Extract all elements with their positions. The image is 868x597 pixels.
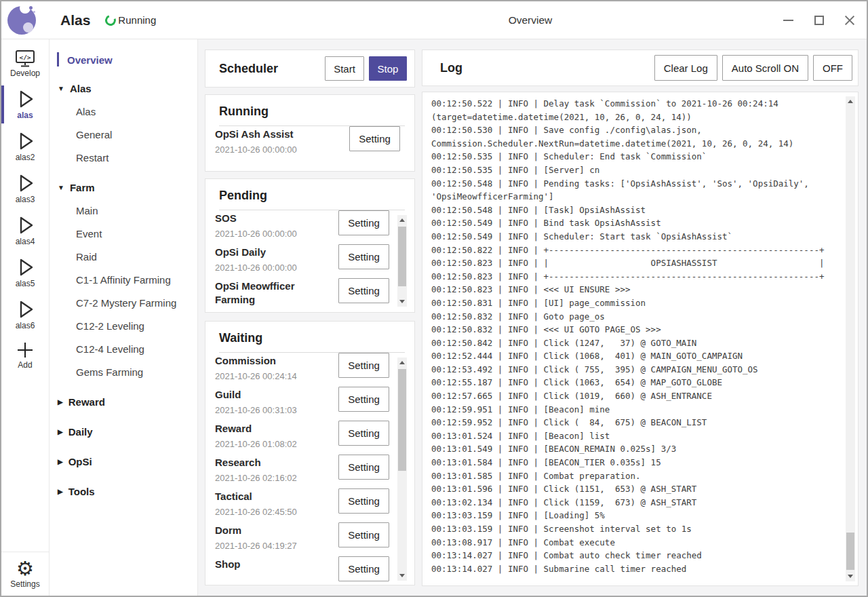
- nav-menu-row[interactable]: ▶ Daily: [50, 420, 197, 443]
- setting-button[interactable]: Setting: [338, 556, 389, 581]
- nav-row-label: C7-2 Mystery Farming: [76, 297, 176, 309]
- log-line: 00:13:01.584 | INFO | [BEACON_TIER 0.035…: [431, 456, 858, 469]
- clear-log-button[interactable]: Clear Log: [654, 55, 717, 81]
- task-next-run-time: 2021-10-26 00:24:14: [215, 371, 329, 381]
- nav-menu-row[interactable]: C12-4 Leveling: [50, 337, 197, 360]
- nav-menu-row[interactable]: ▼ Farm: [50, 176, 197, 199]
- rail-instance-item[interactable]: alas3: [1, 168, 49, 210]
- task-row: Reward 2021-10-26 01:08:02 Setting: [215, 421, 405, 455]
- setting-button[interactable]: Setting: [338, 455, 389, 480]
- rail-add-label: Add: [18, 360, 32, 370]
- start-button[interactable]: Start: [325, 56, 364, 81]
- nav-menu-row[interactable]: C1-1 Affinity Farming: [50, 268, 197, 291]
- setting-button[interactable]: Setting: [349, 126, 400, 151]
- log-line: 00:13:14.027 | INFO | Combat auto check …: [431, 549, 858, 562]
- log-line: 00:12:50.549 | INFO | Bind task OpsiAshA…: [431, 216, 858, 230]
- nav-row-label: Tools: [68, 486, 95, 497]
- setting-button[interactable]: Setting: [338, 421, 389, 446]
- stop-button[interactable]: Stop: [369, 56, 407, 81]
- task-next-run-time: 2021-10-26 02:16:02: [215, 473, 329, 483]
- play-icon: [14, 130, 36, 152]
- rail-instance-label: alas5: [16, 279, 35, 288]
- rail-instance-label: alas3: [16, 195, 35, 204]
- log-line: 00:13:03.159 | INFO | Screenshot interva…: [431, 522, 858, 536]
- rail-instance-item[interactable]: alas4: [1, 210, 49, 252]
- scroll-down-arrow-icon[interactable]: [399, 574, 405, 577]
- nav-menu-row[interactable]: General: [50, 123, 197, 146]
- setting-button[interactable]: Setting: [338, 522, 389, 547]
- minimize-icon: [783, 20, 793, 21]
- page-title: Overview: [509, 14, 553, 26]
- waiting-title: Waiting: [215, 322, 405, 352]
- nav-menu-row[interactable]: Gems Farming: [50, 360, 197, 383]
- running-spinner-icon: [104, 13, 118, 27]
- rail-instance-item[interactable]: alas2: [1, 126, 49, 168]
- log-scrollbar[interactable]: [846, 96, 855, 581]
- nav-menu-row[interactable]: ▶ Reward: [50, 390, 197, 413]
- auto-scroll-off-button[interactable]: OFF: [813, 55, 852, 81]
- setting-button[interactable]: Setting: [338, 387, 389, 412]
- nav-row-label: Gems Farming: [76, 366, 143, 378]
- scrollbar-thumb[interactable]: [398, 369, 406, 471]
- task-name: OpSi Meowfficer Farming: [215, 278, 329, 307]
- nav-menu-row[interactable]: ▶ OpSi: [50, 450, 197, 473]
- close-button[interactable]: [844, 14, 856, 26]
- log-column: Log Clear Log Auto Scroll ON OFF 00:12:5…: [422, 50, 859, 596]
- rail-instance-label: alas: [17, 111, 33, 120]
- log-line: 00:13:08.917 | INFO | Combat execute: [431, 536, 858, 550]
- rail-settings-label: Settings: [10, 579, 39, 589]
- rail-item-settings[interactable]: ⚙ Settings: [1, 552, 49, 596]
- log-header-card: Log Clear Log Auto Scroll ON OFF: [422, 50, 859, 86]
- task-row: Commission 2021-10-26 00:24:14 Setting: [215, 353, 405, 387]
- maximize-icon: [814, 16, 824, 25]
- nav-menu-row[interactable]: Raid: [50, 245, 197, 268]
- running-title: Running: [215, 95, 405, 126]
- log-line: 00:12:50.823 | INFO | +-----------------…: [431, 270, 858, 284]
- scroll-up-arrow-icon[interactable]: [399, 218, 405, 222]
- log-line: 00:12:50.522 | INFO | Delay task `Commis…: [431, 97, 858, 123]
- nav-menu-row[interactable]: C7-2 Mystery Farming: [50, 291, 197, 314]
- log-line: 00:12:53.492 | INFO | Click ( 755, 395) …: [431, 363, 858, 377]
- setting-button[interactable]: Setting: [338, 278, 389, 303]
- waiting-scrollbar[interactable]: [397, 358, 407, 581]
- alas-logo-icon: [7, 6, 36, 35]
- nav-menu-row[interactable]: ▼ Alas: [50, 77, 197, 100]
- task-name: Guild: [215, 387, 329, 402]
- rail-item-add[interactable]: Add: [1, 336, 49, 375]
- rail-instance-item[interactable]: alas6: [1, 294, 49, 336]
- expand-arrow-icon: ▼: [58, 85, 64, 92]
- nav-item-overview[interactable]: Overview: [50, 50, 197, 70]
- rail-instance-item[interactable]: alas5: [1, 252, 49, 294]
- rail-item-develop[interactable]: </> Develop: [1, 45, 49, 83]
- running-card: Running OpSi Ash Assist 2021-10-26 00:00…: [205, 94, 415, 172]
- maximize-button[interactable]: [813, 14, 825, 26]
- log-line: 00:13:01.524 | INFO | [Beacon] list: [431, 429, 858, 443]
- scheduler-title: Scheduler: [219, 62, 325, 76]
- nav-row-label: OpSi: [68, 456, 92, 467]
- nav-menu-row[interactable]: Event: [50, 222, 197, 245]
- scroll-down-arrow-icon[interactable]: [848, 575, 853, 578]
- minimize-button[interactable]: [783, 14, 795, 26]
- scrollbar-thumb[interactable]: [846, 533, 854, 570]
- scroll-up-arrow-icon[interactable]: [848, 100, 853, 103]
- setting-button[interactable]: Setting: [338, 210, 389, 235]
- nav-menu-row[interactable]: ▶ Tools: [50, 480, 197, 503]
- scroll-down-arrow-icon[interactable]: [399, 300, 405, 303]
- nav-row-label: C12-2 Leveling: [76, 320, 144, 332]
- setting-button[interactable]: Setting: [338, 488, 389, 514]
- nav-overview-label: Overview: [67, 54, 113, 66]
- nav-menu-row[interactable]: Main: [50, 199, 197, 222]
- task-name: SOS: [215, 210, 329, 225]
- auto-scroll-on-button[interactable]: Auto Scroll ON: [722, 55, 808, 81]
- rail-instance-item[interactable]: alas: [1, 83, 49, 126]
- pending-scrollbar[interactable]: [397, 215, 407, 307]
- setting-button[interactable]: Setting: [338, 244, 389, 269]
- nav-row-label: C12-4 Leveling: [76, 343, 144, 355]
- setting-button[interactable]: Setting: [338, 353, 389, 378]
- scrollbar-thumb[interactable]: [398, 227, 406, 286]
- nav-menu-row[interactable]: C12-2 Leveling: [50, 314, 197, 337]
- active-indicator-bar: [1, 85, 4, 123]
- scroll-up-arrow-icon[interactable]: [399, 361, 405, 364]
- nav-menu-row[interactable]: Alas: [50, 100, 197, 123]
- nav-menu-row[interactable]: Restart: [50, 146, 197, 169]
